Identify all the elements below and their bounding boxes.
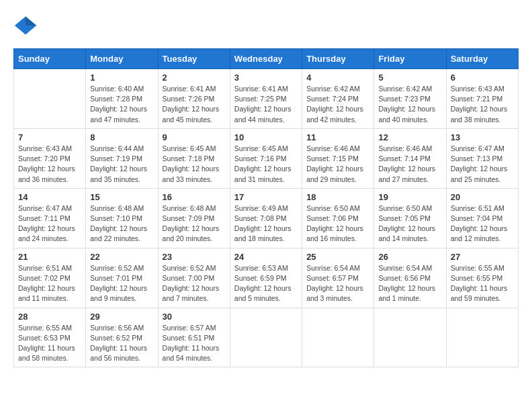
day-number: 23 — [163, 252, 226, 262]
day-number: 24 — [234, 252, 298, 262]
day-info: Sunrise: 6:49 AMSunset: 7:08 PMDaylight:… — [234, 203, 298, 244]
day-number: 7 — [18, 132, 81, 142]
calendar-cell: 8Sunrise: 6:44 AMSunset: 7:19 PMDaylight… — [86, 128, 158, 188]
day-number: 4 — [306, 73, 369, 83]
day-info: Sunrise: 6:41 AMSunset: 7:26 PMDaylight:… — [163, 84, 226, 125]
week-row-1: 1Sunrise: 6:40 AMSunset: 7:28 PMDaylight… — [14, 69, 519, 129]
day-number: 30 — [163, 312, 226, 322]
page-header — [13, 13, 519, 38]
day-info: Sunrise: 6:54 AMSunset: 6:56 PMDaylight:… — [378, 263, 441, 304]
day-info: Sunrise: 6:52 AMSunset: 7:00 PMDaylight:… — [163, 263, 226, 304]
calendar-cell — [302, 308, 374, 367]
day-info: Sunrise: 6:50 AMSunset: 7:06 PMDaylight:… — [306, 203, 369, 244]
week-row-5: 28Sunrise: 6:55 AMSunset: 6:53 PMDayligh… — [14, 308, 519, 367]
day-info: Sunrise: 6:44 AMSunset: 7:19 PMDaylight:… — [90, 144, 153, 185]
calendar-cell: 27Sunrise: 6:55 AMSunset: 6:55 PMDayligh… — [446, 248, 518, 308]
calendar-cell: 17Sunrise: 6:49 AMSunset: 7:08 PMDayligh… — [230, 188, 302, 248]
day-header-sunday: Sunday — [14, 49, 86, 69]
day-number: 15 — [90, 192, 153, 202]
calendar-cell — [14, 69, 86, 129]
calendar-cell — [446, 308, 518, 367]
day-info: Sunrise: 6:41 AMSunset: 7:25 PMDaylight:… — [234, 84, 298, 125]
day-info: Sunrise: 6:48 AMSunset: 7:09 PMDaylight:… — [163, 203, 226, 244]
calendar-cell: 29Sunrise: 6:56 AMSunset: 6:52 PMDayligh… — [86, 308, 158, 367]
calendar-cell: 4Sunrise: 6:42 AMSunset: 7:24 PMDaylight… — [302, 69, 374, 129]
day-number: 8 — [90, 132, 153, 142]
day-info: Sunrise: 6:53 AMSunset: 6:59 PMDaylight:… — [234, 263, 298, 304]
day-info: Sunrise: 6:55 AMSunset: 6:53 PMDaylight:… — [18, 323, 81, 364]
day-header-monday: Monday — [86, 49, 158, 69]
svg-marker-1 — [26, 17, 36, 26]
day-info: Sunrise: 6:45 AMSunset: 7:18 PMDaylight:… — [163, 144, 226, 185]
day-number: 21 — [18, 252, 81, 262]
day-header-friday: Friday — [374, 49, 446, 69]
day-info: Sunrise: 6:56 AMSunset: 6:52 PMDaylight:… — [90, 323, 153, 364]
logo-icon — [13, 13, 38, 38]
calendar-cell: 21Sunrise: 6:51 AMSunset: 7:02 PMDayligh… — [14, 248, 86, 308]
day-info: Sunrise: 6:51 AMSunset: 7:04 PMDaylight:… — [451, 203, 514, 244]
day-number: 25 — [306, 252, 369, 262]
calendar-cell: 20Sunrise: 6:51 AMSunset: 7:04 PMDayligh… — [446, 188, 518, 248]
calendar-cell: 19Sunrise: 6:50 AMSunset: 7:05 PMDayligh… — [374, 188, 446, 248]
calendar-cell: 13Sunrise: 6:47 AMSunset: 7:13 PMDayligh… — [446, 128, 518, 188]
day-number: 26 — [378, 252, 441, 262]
day-number: 13 — [451, 132, 514, 142]
calendar-cell: 26Sunrise: 6:54 AMSunset: 6:56 PMDayligh… — [374, 248, 446, 308]
day-number: 3 — [234, 73, 298, 83]
day-info: Sunrise: 6:42 AMSunset: 7:23 PMDaylight:… — [378, 84, 441, 125]
day-number: 12 — [378, 132, 441, 142]
day-header-saturday: Saturday — [446, 49, 518, 69]
day-header-thursday: Thursday — [302, 49, 374, 69]
calendar-cell: 16Sunrise: 6:48 AMSunset: 7:09 PMDayligh… — [158, 188, 230, 248]
calendar-cell: 11Sunrise: 6:46 AMSunset: 7:15 PMDayligh… — [302, 128, 374, 188]
calendar-cell: 25Sunrise: 6:54 AMSunset: 6:57 PMDayligh… — [302, 248, 374, 308]
calendar-cell: 12Sunrise: 6:46 AMSunset: 7:14 PMDayligh… — [374, 128, 446, 188]
calendar-cell: 30Sunrise: 6:57 AMSunset: 6:51 PMDayligh… — [158, 308, 230, 367]
day-info: Sunrise: 6:51 AMSunset: 7:02 PMDaylight:… — [18, 263, 81, 304]
calendar-table: SundayMondayTuesdayWednesdayThursdayFrid… — [13, 48, 519, 367]
day-number: 11 — [306, 132, 369, 142]
day-info: Sunrise: 6:46 AMSunset: 7:14 PMDaylight:… — [378, 144, 441, 185]
calendar-cell — [230, 308, 302, 367]
header-row: SundayMondayTuesdayWednesdayThursdayFrid… — [14, 49, 519, 69]
day-number: 29 — [90, 312, 153, 322]
week-row-2: 7Sunrise: 6:43 AMSunset: 7:20 PMDaylight… — [14, 128, 519, 188]
day-number: 5 — [378, 73, 441, 83]
calendar-cell: 18Sunrise: 6:50 AMSunset: 7:06 PMDayligh… — [302, 188, 374, 248]
day-number: 16 — [163, 192, 226, 202]
day-number: 6 — [451, 73, 514, 83]
day-number: 22 — [90, 252, 153, 262]
day-info: Sunrise: 6:47 AMSunset: 7:13 PMDaylight:… — [451, 144, 514, 185]
day-info: Sunrise: 6:47 AMSunset: 7:11 PMDaylight:… — [18, 203, 81, 244]
day-number: 17 — [234, 192, 298, 202]
calendar-cell: 15Sunrise: 6:48 AMSunset: 7:10 PMDayligh… — [86, 188, 158, 248]
day-info: Sunrise: 6:55 AMSunset: 6:55 PMDaylight:… — [451, 263, 514, 304]
calendar-cell: 5Sunrise: 6:42 AMSunset: 7:23 PMDaylight… — [374, 69, 446, 129]
day-info: Sunrise: 6:45 AMSunset: 7:16 PMDaylight:… — [234, 144, 298, 185]
day-info: Sunrise: 6:54 AMSunset: 6:57 PMDaylight:… — [306, 263, 369, 304]
week-row-4: 21Sunrise: 6:51 AMSunset: 7:02 PMDayligh… — [14, 248, 519, 308]
day-info: Sunrise: 6:40 AMSunset: 7:28 PMDaylight:… — [90, 84, 153, 125]
day-info: Sunrise: 6:43 AMSunset: 7:21 PMDaylight:… — [451, 84, 514, 125]
day-header-wednesday: Wednesday — [230, 49, 302, 69]
calendar-cell: 23Sunrise: 6:52 AMSunset: 7:00 PMDayligh… — [158, 248, 230, 308]
calendar-cell: 9Sunrise: 6:45 AMSunset: 7:18 PMDaylight… — [158, 128, 230, 188]
day-number: 14 — [18, 192, 81, 202]
calendar-cell: 10Sunrise: 6:45 AMSunset: 7:16 PMDayligh… — [230, 128, 302, 188]
calendar-cell: 7Sunrise: 6:43 AMSunset: 7:20 PMDaylight… — [14, 128, 86, 188]
day-number: 10 — [234, 132, 298, 142]
day-info: Sunrise: 6:48 AMSunset: 7:10 PMDaylight:… — [90, 203, 153, 244]
calendar-cell: 1Sunrise: 6:40 AMSunset: 7:28 PMDaylight… — [86, 69, 158, 129]
day-info: Sunrise: 6:43 AMSunset: 7:20 PMDaylight:… — [18, 144, 81, 185]
calendar-cell — [374, 308, 446, 367]
calendar-cell: 2Sunrise: 6:41 AMSunset: 7:26 PMDaylight… — [158, 69, 230, 129]
calendar-cell: 14Sunrise: 6:47 AMSunset: 7:11 PMDayligh… — [14, 188, 86, 248]
day-info: Sunrise: 6:42 AMSunset: 7:24 PMDaylight:… — [306, 84, 369, 125]
day-header-tuesday: Tuesday — [158, 49, 230, 69]
calendar-cell: 24Sunrise: 6:53 AMSunset: 6:59 PMDayligh… — [230, 248, 302, 308]
day-number: 9 — [163, 132, 226, 142]
calendar-cell: 6Sunrise: 6:43 AMSunset: 7:21 PMDaylight… — [446, 69, 518, 129]
day-info: Sunrise: 6:50 AMSunset: 7:05 PMDaylight:… — [378, 203, 441, 244]
day-info: Sunrise: 6:46 AMSunset: 7:15 PMDaylight:… — [306, 144, 369, 185]
week-row-3: 14Sunrise: 6:47 AMSunset: 7:11 PMDayligh… — [14, 188, 519, 248]
